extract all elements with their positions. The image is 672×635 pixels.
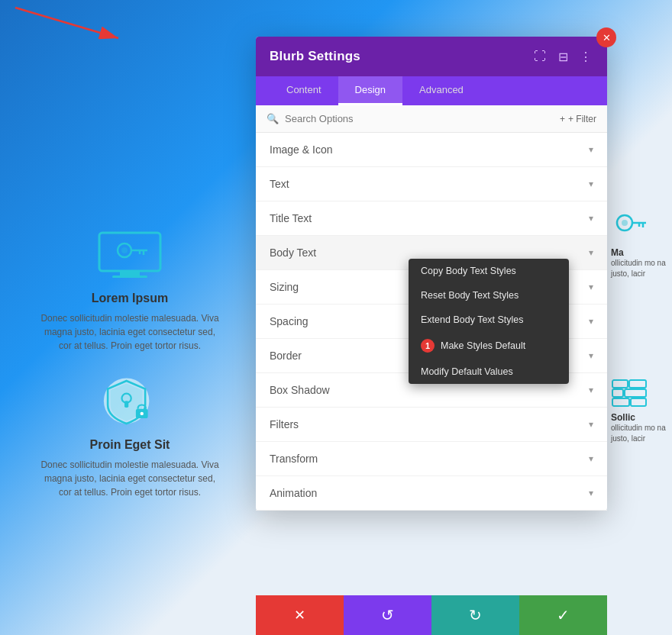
blurb-2-title: Proin Eget Sit [90,438,170,452]
chevron-border: ▾ [589,350,593,361]
section-filters[interactable]: Filters ▾ [256,408,607,442]
chevron-text: ▾ [589,179,593,189]
svg-rect-3 [120,271,140,276]
context-menu-extend[interactable]: Extend Body Text Styles [409,308,569,332]
filter-button[interactable]: + + Filter [560,114,596,124]
monitor-icon [95,229,164,282]
context-menu-make-default-label: Make Styles Default [441,340,525,351]
columns-icon[interactable]: ⊟ [555,50,570,64]
section-transform[interactable]: Transform ▾ [256,442,607,476]
right-blurb-1-text: ollicitudin mo na justo, lacir [611,258,672,279]
chevron-body-text: ▾ [589,247,593,258]
section-title-text[interactable]: Title Text ▾ [256,201,607,236]
section-animation[interactable]: Animation ▾ [256,476,607,511]
context-menu: Copy Body Text Styles Reset Body Text St… [409,259,569,384]
section-sizing-label: Sizing [270,281,299,293]
right-blurb-2-text: ollicitudin mo na justo, lacir [611,423,672,444]
chevron-sizing: ▾ [589,282,593,292]
search-bar: 🔍 + + Filter [256,105,607,133]
blurb-2-text: Donec sollicitudin molestie malesuada. V… [38,458,221,499]
svg-rect-25 [631,398,646,406]
context-menu-copy[interactable]: Copy Body Text Styles [409,259,569,283]
blurb-card-2: Proin Eget Sit Donec sollicitudin molest… [38,376,221,499]
chevron-animation: ▾ [589,488,593,498]
svg-rect-2 [99,233,160,271]
panel-header-actions: ⛶ ⊟ ⋮ [532,50,593,64]
blurb-1-text: Donec sollicitudin molestie malesuada. V… [38,311,221,353]
section-text-label: Text [270,178,289,190]
panel-header: Blurb Settings ⛶ ⊟ ⋮ [256,37,607,76]
section-spacing-label: Spacing [270,315,309,327]
svg-rect-24 [612,398,629,406]
filter-label: + Filter [568,114,596,124]
svg-line-1 [15,8,118,38]
right-blurb-2-title: Sollic [611,412,672,423]
undo-icon: ↺ [381,606,394,624]
cancel-icon: ✕ [294,607,305,624]
chevron-title-text: ▾ [589,213,593,224]
badge-1: 1 [421,339,435,353]
section-body-text-label: Body Text [270,247,316,259]
right-content-area: Ma ollicitudin mo na justo, lacir Sollic… [607,0,672,635]
chevron-spacing: ▾ [589,316,593,327]
svg-rect-12 [124,401,128,408]
bottom-toolbar: ✕ ↺ ↻ ✓ [256,595,607,635]
cancel-button[interactable]: ✕ [256,595,344,635]
chevron-image-icon: ▾ [589,144,593,155]
context-menu-reset[interactable]: Reset Body Text Styles [409,283,569,308]
right-blurb-1-title: Ma [611,247,672,258]
section-animation-label: Animation [270,487,317,499]
panel-close-button[interactable]: ✕ [596,27,616,47]
left-content-area: Lorem Ipsum Donec sollicitudin molestie … [0,0,260,635]
section-border-label: Border [270,350,302,362]
search-icon: 🔍 [267,113,279,124]
panel-title: Blurb Settings [270,49,360,64]
fullscreen-icon[interactable]: ⛶ [532,50,548,63]
tab-advanced[interactable]: Advanced [402,76,480,105]
red-arrow-indicator [0,0,137,56]
blurb-1-title: Lorem Ipsum [92,292,168,305]
section-box-shadow-label: Box Shadow [270,384,330,396]
panel-tabs: Content Design Advanced [256,76,607,105]
tab-design[interactable]: Design [338,76,402,105]
section-title-text-label: Title Text [270,212,312,224]
section-body-text[interactable]: Body Text ▾ Copy Body Text Styles Reset … [256,236,607,270]
redo-button[interactable]: ↻ [431,595,519,635]
section-transform-label: Transform [270,453,318,465]
context-menu-make-default[interactable]: 1 Make Styles Default [409,332,569,359]
blurb-settings-panel: ✕ Blurb Settings ⛶ ⊟ ⋮ Content Design Ad… [256,37,607,511]
right-blurb-1: Ma ollicitudin mo na justo, lacir [611,206,672,279]
section-image-icon[interactable]: Image & Icon ▾ [256,133,607,167]
svg-rect-21 [629,380,646,388]
tab-content[interactable]: Content [270,76,338,105]
sections-list: Image & Icon ▾ Text ▾ Title Text ▾ Body … [256,133,607,511]
chevron-transform: ▾ [589,453,593,464]
filter-icon: + [560,114,565,124]
right-blurb-2: Sollic ollicitudin mo na justo, lacir [611,379,672,444]
chevron-filters: ▾ [589,419,593,430]
chevron-box-shadow: ▾ [589,385,593,395]
context-menu-modify-default[interactable]: Modify Default Values [409,359,569,384]
svg-point-6 [121,247,128,253]
section-filters-label: Filters [270,418,299,430]
right-bricks-icon [611,379,649,409]
svg-rect-23 [625,389,646,397]
svg-rect-20 [612,380,628,388]
search-input[interactable] [285,113,554,124]
more-options-icon[interactable]: ⋮ [578,50,593,64]
svg-rect-22 [612,389,623,397]
svg-point-16 [622,220,628,226]
undo-button[interactable]: ↺ [344,595,431,635]
section-image-icon-label: Image & Icon [270,143,333,156]
blurb-card-1: Lorem Ipsum Donec sollicitudin molestie … [38,229,221,353]
right-key-icon [611,206,649,244]
save-icon: ✓ [557,606,570,624]
svg-rect-4 [112,276,147,278]
shield-icon [95,376,164,429]
save-button[interactable]: ✓ [519,595,607,635]
svg-point-14 [141,412,144,415]
redo-icon: ↻ [469,606,482,624]
section-text[interactable]: Text ▾ [256,167,607,201]
